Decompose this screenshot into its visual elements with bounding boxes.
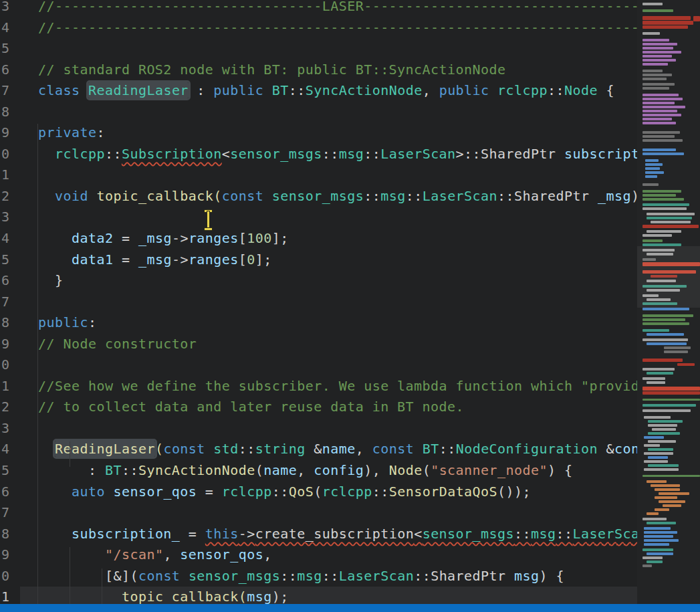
indent-guide	[37, 124, 38, 604]
minimap-line	[643, 475, 700, 477]
minimap-line	[647, 333, 684, 336]
line-number[interactable]: 6	[0, 482, 20, 503]
minimap-line	[643, 43, 677, 45]
code-line[interactable]: private:	[0, 122, 637, 144]
line-number[interactable]: 3	[0, 0, 20, 17]
code-line[interactable]	[0, 207, 637, 228]
code-line[interactable]	[0, 502, 637, 524]
code-token: BT	[423, 441, 439, 457]
line-number[interactable]: 7	[0, 502, 20, 524]
line-number[interactable]: 7	[0, 292, 20, 313]
minimap-line	[644, 539, 679, 542]
minimap-line	[648, 440, 676, 443]
code-token: string	[255, 441, 306, 457]
line-number[interactable]: 0	[0, 566, 20, 587]
minimap-line	[643, 234, 672, 237]
line-number[interactable]: 6	[0, 270, 20, 292]
code-line[interactable]: class ReadingLaser : public BT::SyncActi…	[0, 80, 637, 102]
line-number[interactable]: 7	[0, 80, 20, 102]
code-line[interactable]: "/scan", sensor_qos,	[0, 544, 637, 566]
code-token: ->	[172, 230, 189, 246]
code-token: ::	[322, 568, 339, 584]
line-number[interactable]: 3	[0, 207, 20, 228]
line-number[interactable]: 4	[0, 17, 20, 39]
code-line[interactable]: public:	[0, 312, 637, 334]
line-number-gutter[interactable]: 34567890123456789012345678901	[0, 0, 20, 604]
code-token	[263, 188, 272, 204]
line-number[interactable]: 8	[0, 524, 20, 545]
code-line[interactable]: }	[0, 270, 637, 292]
minimap-line	[655, 496, 677, 499]
status-bar[interactable]	[0, 604, 700, 612]
code-token	[180, 568, 189, 584]
minimap-line	[647, 342, 687, 345]
code-token: //--------------------------------LASER-…	[38, 0, 637, 14]
line-number[interactable]: 4	[0, 228, 20, 249]
line-number[interactable]: 9	[0, 544, 20, 566]
code-line[interactable]	[0, 292, 637, 313]
code-token: name	[322, 441, 356, 457]
line-number[interactable]: 0	[0, 354, 20, 376]
code-line[interactable]: : BT::SyncActionNode(name, config), Node…	[0, 460, 637, 482]
code-line[interactable]: // standard ROS2 node with BT: public BT…	[0, 60, 637, 81]
code-line[interactable]: data1 = _msg->ranges[0];	[0, 249, 637, 271]
code-line[interactable]	[0, 102, 637, 123]
minimap-line	[643, 102, 675, 104]
minimap-line	[643, 78, 667, 80]
code-line[interactable]: subscription_ = this->create_subscriptio…	[0, 524, 637, 545]
line-number[interactable]: 5	[0, 249, 20, 271]
line-number[interactable]: 8	[0, 102, 20, 123]
code-line[interactable]: //--------------------------------------…	[0, 17, 637, 39]
line-number[interactable]: 8	[0, 312, 20, 334]
line-number[interactable]: 0	[0, 144, 20, 165]
minimap-line	[643, 51, 681, 54]
code-token: std	[213, 441, 238, 457]
code-line[interactable]: // to collect data and later reuse data …	[0, 397, 637, 418]
code-token: sensor_msgs	[189, 568, 280, 584]
code-token: ::	[514, 526, 531, 542]
code-token: =	[113, 230, 138, 246]
line-number[interactable]: 5	[0, 38, 20, 60]
line-number[interactable]: 5	[0, 460, 20, 482]
code-token: BT	[272, 82, 289, 98]
line-number[interactable]: 4	[0, 439, 20, 460]
code-line[interactable]: data2 = _msg->ranges[100];	[0, 228, 637, 249]
code-line[interactable]	[0, 38, 637, 60]
code-area[interactable]: //--------------------------------LASER-…	[0, 0, 637, 604]
code-line[interactable]: [&](const sensor_msgs::msg::LaserScan::S…	[0, 566, 637, 587]
code-token: auto	[72, 484, 105, 500]
code-token: SharedPtr	[481, 146, 556, 162]
code-token: ::	[239, 441, 255, 457]
line-number[interactable]: 2	[0, 397, 20, 418]
line-number[interactable]: 1	[0, 165, 20, 186]
code-line[interactable]	[0, 418, 637, 439]
code-line[interactable]: // Node constructor	[0, 334, 637, 355]
line-number[interactable]: 2	[0, 186, 20, 207]
code-token: create_subscription	[255, 526, 414, 542]
code-token: sensor_qos	[113, 484, 197, 500]
line-number[interactable]: 3	[0, 418, 20, 439]
code-line[interactable]: topic_callback(msg);	[0, 587, 637, 604]
code-line[interactable]: //See how we define the subscriber. We u…	[0, 376, 637, 397]
minimap-line	[644, 444, 660, 447]
code-line[interactable]: //--------------------------------LASER-…	[0, 0, 637, 17]
line-number[interactable]: 1	[0, 587, 20, 604]
minimap-line	[643, 135, 675, 138]
minimap-line	[643, 21, 693, 25]
code-line[interactable]: rclcpp::Subscription<sensor_msgs::msg::L…	[0, 144, 637, 165]
minimap-line	[643, 83, 675, 86]
minimap-slider[interactable]	[637, 246, 700, 308]
line-number[interactable]: 9	[0, 334, 20, 355]
line-number[interactable]: 6	[0, 60, 20, 81]
minimap-line	[664, 346, 691, 349]
code-line[interactable]	[0, 165, 637, 186]
code-token	[556, 146, 565, 162]
line-number[interactable]: 1	[0, 376, 20, 397]
code-line[interactable]: void topic_callback(const sensor_msgs::m…	[0, 186, 637, 207]
code-line[interactable]: auto sensor_qos = rclcpp::QoS(rclcpp::Se…	[0, 482, 637, 503]
line-number[interactable]: 9	[0, 122, 20, 144]
code-line[interactable]: ReadingLaser(const std::string &name, co…	[0, 439, 637, 460]
minimap[interactable]	[637, 0, 700, 604]
code-line[interactable]	[0, 354, 637, 376]
code-token: "/scan"	[105, 546, 163, 563]
